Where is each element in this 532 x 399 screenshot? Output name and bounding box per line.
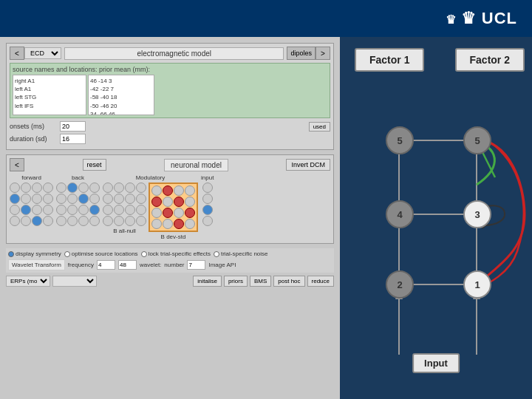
matrix-cell[interactable]	[43, 183, 53, 193]
matrix-cell[interactable]	[185, 219, 195, 229]
em-model-type-select[interactable]: ECD	[24, 47, 61, 59]
matrix-cell[interactable]	[32, 205, 42, 215]
em-dipoles-btn[interactable]: dipoles	[287, 47, 316, 60]
frequency-min-input[interactable]	[97, 260, 115, 270]
matrix-cell[interactable]	[56, 183, 66, 193]
matrix-cell[interactable]	[163, 219, 173, 229]
matrix-cell[interactable]	[151, 197, 162, 207]
matrix-cell[interactable]	[114, 183, 124, 193]
matrix-cell[interactable]	[67, 183, 78, 193]
matrix-cell[interactable]	[163, 197, 173, 207]
matrix-cell[interactable]	[174, 219, 184, 229]
priors-button[interactable]: priors	[224, 276, 248, 287]
reset-button[interactable]: reset	[83, 159, 106, 171]
matrix-cell[interactable]	[114, 194, 124, 204]
matrix-cell[interactable]	[125, 205, 135, 215]
matrix-cell[interactable]	[10, 205, 20, 215]
matrix-cell[interactable]	[136, 183, 146, 193]
matrix-cell[interactable]	[32, 194, 42, 204]
matrix-cell[interactable]	[43, 205, 53, 215]
matrix-cell[interactable]	[21, 194, 31, 204]
matrix-cell[interactable]	[202, 194, 213, 204]
radio-trial-noise-dot[interactable]	[214, 251, 219, 257]
matrix-cell[interactable]	[103, 205, 113, 215]
matrix-cell[interactable]	[125, 194, 135, 204]
matrix-cell[interactable]	[78, 183, 89, 193]
radio-symmetry-dot[interactable]	[8, 251, 14, 257]
nm-title: neuronal model	[164, 159, 228, 171]
matrix-cell[interactable]	[114, 216, 124, 226]
matrix-cell[interactable]	[32, 183, 42, 193]
matrix-cell[interactable]	[56, 205, 66, 215]
bms-button[interactable]: BMS	[250, 276, 271, 287]
matrix-cell[interactable]	[78, 194, 89, 204]
em-nav-prev[interactable]: <	[10, 47, 24, 60]
node-2-left: 2	[386, 270, 414, 299]
matrix-cell[interactable]	[202, 216, 213, 226]
reduce-button[interactable]: reduce	[307, 276, 334, 287]
matrix-cell[interactable]	[136, 205, 146, 215]
matrix-cell[interactable]	[163, 185, 173, 196]
matrix-cell[interactable]	[103, 183, 113, 193]
em-nav-next[interactable]: >	[316, 47, 330, 60]
matrix-cell[interactable]	[151, 208, 162, 218]
matrix-cell[interactable]	[56, 216, 66, 226]
matrix-cell[interactable]	[103, 194, 113, 204]
matrix-cell[interactable]	[43, 216, 53, 226]
em-model-section: < ECD electromagnetic model dipoles > so…	[6, 43, 334, 150]
matrix-cell[interactable]	[174, 185, 184, 196]
erps-mode-select[interactable]: ERPs (mode)	[6, 276, 50, 287]
matrix-cell[interactable]	[185, 197, 195, 207]
node-4-left: 4	[386, 200, 414, 228]
matrix-cell[interactable]	[136, 194, 146, 204]
matrix-cell[interactable]	[163, 208, 173, 218]
source-list: right A1 left A1 left STG left IFS	[13, 75, 86, 115]
matrix-cell[interactable]	[67, 216, 78, 226]
matrix-cell[interactable]	[21, 216, 31, 226]
matrix-cell[interactable]	[10, 216, 20, 226]
matrix-cell[interactable]	[56, 194, 66, 204]
matrix-cell[interactable]	[10, 194, 20, 204]
radio-trial-noise: trial-specific noise	[214, 250, 268, 257]
matrix-cell[interactable]	[21, 183, 31, 193]
initialise-button[interactable]: initalise	[193, 276, 222, 287]
matrix-cell[interactable]	[89, 205, 100, 215]
matrix-cell[interactable]	[10, 183, 20, 193]
matrix-cell[interactable]	[67, 205, 78, 215]
matrix-cell[interactable]	[202, 183, 213, 193]
matrix-cell[interactable]	[174, 208, 184, 218]
matrix-cell[interactable]	[21, 205, 31, 215]
radio-source-loc-dot[interactable]	[64, 251, 70, 257]
matrix-cell[interactable]	[78, 216, 89, 226]
matrix-cell[interactable]	[151, 219, 162, 229]
matrix-cell[interactable]	[136, 216, 146, 226]
matrix-cell[interactable]	[151, 185, 162, 196]
matrix-cell[interactable]	[89, 183, 100, 193]
matrix-cell[interactable]	[78, 205, 89, 215]
radio-lock-effects-dot[interactable]	[141, 251, 147, 257]
radio-symmetry-label: display symmetry	[16, 250, 61, 257]
matrix-cell[interactable]	[89, 216, 100, 226]
matrix-cell[interactable]	[125, 216, 135, 226]
input-matrix-col: input	[201, 174, 214, 240]
matrix-cell[interactable]	[89, 194, 100, 204]
matrix-cell[interactable]	[114, 205, 124, 215]
duration-input[interactable]	[60, 134, 86, 144]
matrix-cell[interactable]	[125, 183, 135, 193]
matrix-cell[interactable]	[32, 216, 42, 226]
used-button[interactable]: used	[309, 122, 330, 132]
matrix-cell[interactable]	[185, 208, 195, 218]
matrix-cell[interactable]	[43, 194, 53, 204]
invert-dcm-button[interactable]: Invert DCM	[286, 159, 330, 171]
matrix-cell[interactable]	[67, 194, 78, 204]
matrix-cell[interactable]	[202, 205, 213, 215]
wavelet-number-input[interactable]	[187, 260, 205, 270]
matrix-cell[interactable]	[103, 216, 113, 226]
matrix-cell[interactable]	[185, 185, 195, 196]
frequency-max-input[interactable]	[118, 260, 137, 270]
nm-nav-prev[interactable]: <	[10, 158, 24, 171]
onset-input[interactable]	[60, 121, 86, 132]
erps-value-select[interactable]	[52, 276, 97, 287]
matrix-cell[interactable]	[174, 197, 184, 207]
post-hoc-button[interactable]: post hoc	[273, 276, 304, 287]
